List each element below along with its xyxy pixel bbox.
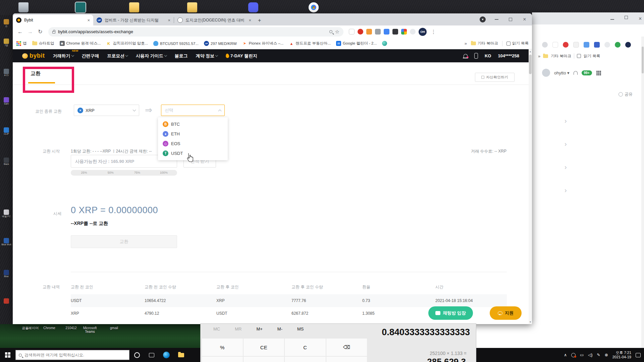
dropdown-item-eos[interactable]: ◇EOS — [158, 139, 228, 148]
extension-icon[interactable] — [349, 29, 355, 35]
other-bookmarks[interactable]: 기타 북마크 — [471, 41, 498, 46]
desktop-shortcut[interactable]: Blue — [1, 270, 12, 278]
bookmark-item[interactable]: 22Google 캘린더 - 2... — [336, 41, 377, 46]
desktop-shortcut[interactable]: Blue Mult — [1, 238, 12, 246]
folder-icon[interactable] — [129, 2, 139, 12]
clock-icon[interactable] — [542, 42, 548, 48]
memory-clear-button[interactable]: MC — [213, 326, 220, 331]
dropdown-item-eth[interactable]: ♦ETH — [158, 129, 228, 139]
discord-icon[interactable] — [248, 2, 258, 12]
tab-close-icon[interactable]: × — [87, 18, 90, 23]
share-button[interactable]: 공유 — [619, 92, 633, 97]
reading-list[interactable]: 읽기 목록 — [584, 54, 600, 59]
bell-icon[interactable] — [464, 54, 468, 58]
chrome-icon[interactable] — [309, 2, 319, 12]
calculator-button[interactable] — [326, 357, 367, 362]
mobile-app-icon[interactable] — [474, 53, 478, 59]
bookmark-item[interactable]: BTCUSDT 59251.57... — [153, 41, 199, 46]
nav-promotion[interactable]: 프로모션 — [107, 53, 128, 59]
image-icon[interactable] — [584, 42, 589, 48]
taskbar-clock[interactable]: 오후 7:212021-04-19 — [612, 351, 631, 359]
desktop-shortcut-label[interactable]: Chrome — [43, 326, 55, 330]
status-icon[interactable] — [615, 42, 621, 48]
scroll-down-icon[interactable]: ▼ — [529, 321, 532, 323]
percent-button[interactable]: % — [202, 339, 243, 356]
app-icon[interactable] — [594, 42, 600, 48]
nav-blog[interactable]: 블로그 — [174, 53, 187, 59]
calculator-button[interactable] — [202, 357, 243, 362]
calculator-button[interactable] — [285, 357, 326, 362]
bookmark-star-icon[interactable]: ☆ — [335, 29, 339, 35]
nav-buy[interactable]: 간편구매 — [82, 53, 99, 59]
forward-icon[interactable]: → — [26, 28, 34, 36]
scroll-up-icon[interactable]: ▲ — [529, 50, 532, 53]
record-icon[interactable] — [563, 42, 569, 48]
camera-extension-icon[interactable] — [375, 29, 381, 35]
percent-selector[interactable]: 25% 50% 75% 100% — [71, 170, 177, 176]
from-coin-select[interactable]: × XRP — [74, 105, 139, 116]
pen-icon[interactable]: ✎ — [597, 353, 600, 357]
start-button[interactable] — [0, 348, 15, 362]
desktop-shortcut[interactable] — [1, 298, 12, 304]
nav-guide[interactable]: 사용자 가이드 — [136, 53, 166, 59]
alert-icon[interactable] — [552, 42, 558, 48]
people-icon[interactable] — [604, 42, 610, 48]
profile-name[interactable]: ohytto ▾ — [554, 70, 570, 75]
nav-7day-challenge[interactable]: 7-DAY 챌린지 — [226, 53, 257, 59]
other-bookmarks[interactable]: 기타 북마크 — [551, 54, 571, 59]
mail-icon[interactable] — [573, 42, 579, 48]
new-tab-button[interactable]: + — [258, 17, 261, 23]
desktop-shortcut[interactable]: Sam — [1, 97, 12, 105]
memory-subtract-button[interactable]: M- — [277, 326, 282, 331]
percent-100[interactable]: 100% — [151, 170, 177, 176]
extension-icon[interactable] — [392, 29, 398, 35]
address-bar[interactable]: bybit.com/app/assets/assets-exchange ☆ — [48, 27, 343, 37]
nav-trade[interactable]: NEW거래하기 — [53, 53, 74, 59]
assets-check-button[interactable]: 자산확인하기 — [475, 73, 515, 82]
bookmark-item[interactable] — [382, 41, 387, 46]
minimize-icon[interactable] — [610, 16, 615, 20]
clear-entry-button[interactable]: CE — [244, 339, 284, 356]
extension-icon[interactable] — [366, 29, 372, 35]
overflow-chevron-icon[interactable]: » — [538, 54, 540, 59]
tray-chevron-up-icon[interactable]: ∧ — [564, 353, 567, 357]
lock-icon[interactable] — [52, 31, 55, 34]
security-tray-icon[interactable] — [571, 353, 576, 357]
percent-75[interactable]: 75% — [124, 170, 151, 176]
back-icon[interactable]: ← — [16, 28, 24, 36]
search-input[interactable] — [24, 353, 112, 357]
notification-badge[interactable]: 99+ — [582, 70, 592, 75]
bookmark-item[interactable]: ➤Pionex 파이넥스 –... — [242, 41, 284, 46]
task-view-icon[interactable] — [144, 348, 159, 362]
tab-close-icon[interactable]: × — [249, 18, 251, 23]
scrollbar[interactable]: ▲ ▼ — [529, 49, 532, 324]
percent-25[interactable]: 25% — [71, 170, 97, 176]
profile-avatar[interactable] — [625, 42, 631, 48]
bookmark-item[interactable]: K김치프리미엄 암호... — [106, 41, 148, 46]
bookmark-item[interactable]: ▲랜드프로 부동산아... — [289, 41, 331, 46]
chat-room-button[interactable]: 채팅방 입장 — [428, 306, 473, 320]
chrome-menu-icon[interactable]: ⋮ — [430, 29, 437, 35]
nav-contract-info[interactable]: 계약 정보 — [196, 53, 217, 59]
reading-list[interactable]: 읽기 목록 — [506, 41, 529, 46]
account-id[interactable]: 104****258 — [498, 53, 519, 58]
backspace-button[interactable]: ⌫ — [326, 339, 367, 356]
extension-icon[interactable] — [384, 29, 389, 35]
avatar[interactable] — [542, 69, 550, 77]
exchange-button[interactable]: 교환 — [71, 235, 177, 248]
percent-50[interactable]: 50% — [97, 170, 124, 176]
tab-upbit[interactable]: UP 업비트 - 가장 신뢰받는 디지털 × — [93, 15, 174, 25]
list-item-chevron-icon[interactable]: › — [565, 117, 567, 125]
bybit-logo[interactable]: bybit — [22, 52, 45, 59]
calculator-button[interactable] — [244, 357, 284, 362]
edge-icon[interactable] — [159, 348, 174, 362]
folder-icon[interactable] — [187, 2, 197, 12]
list-item-chevron-icon[interactable]: › — [565, 163, 567, 171]
desktop-shortcut[interactable]: Back — [1, 158, 12, 165]
bookmark-item[interactable]: 슈타트업 — [32, 41, 54, 46]
memory-store-button[interactable]: MS — [297, 326, 304, 331]
reload-icon[interactable]: ↻ — [36, 28, 44, 36]
desktop-shortcut[interactable]: CLIP — [1, 127, 12, 135]
minimize-icon[interactable] — [492, 15, 501, 24]
desktop-shortcut-label[interactable]: 곰플레이어 — [22, 326, 39, 330]
